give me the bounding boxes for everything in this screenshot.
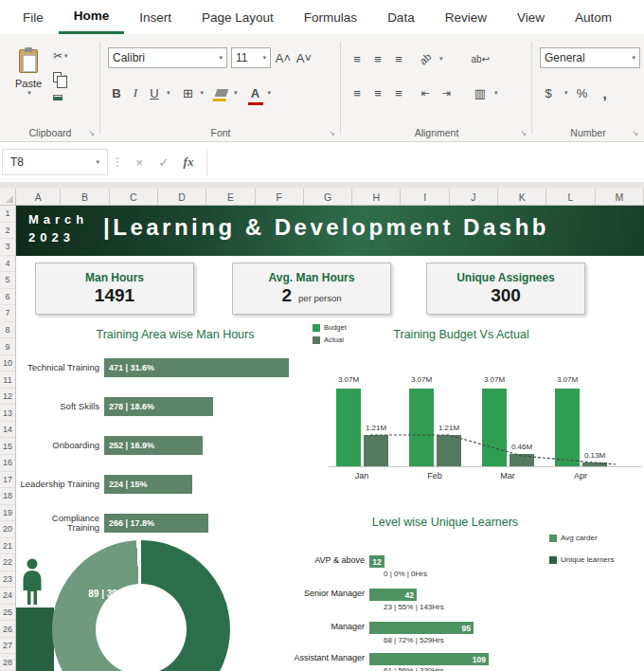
donut-chart[interactable] xyxy=(52,540,230,671)
area-bar-leadership-training[interactable]: 224 | 15% xyxy=(104,475,192,494)
tab-formulas[interactable]: Formulas xyxy=(289,0,372,34)
accounting-format-icon[interactable]: $ xyxy=(540,82,557,103)
worksheet-canvas[interactable]: March 2023 |Learning & Development Dashb… xyxy=(16,206,644,671)
level-bar-avp[interactable]: 12 xyxy=(369,555,385,568)
cancel-icon[interactable]: × xyxy=(127,155,152,170)
decrease-font-size-icon[interactable]: A˅ xyxy=(295,47,313,68)
increase-indent-icon[interactable]: ⇥ xyxy=(438,82,455,103)
level-bar-senior-manager[interactable]: 42 xyxy=(369,589,417,601)
column-header-D[interactable]: D xyxy=(158,189,206,205)
level-bar-manager[interactable]: 95 xyxy=(369,622,474,634)
column-header-H[interactable]: H xyxy=(352,189,401,205)
area-bar-compliance-training[interactable]: 266 | 17.8% xyxy=(104,514,208,533)
wrap-text-icon[interactable]: ab↩ xyxy=(472,48,491,69)
column-header-J[interactable]: J xyxy=(450,189,498,205)
tab-review[interactable]: Review xyxy=(430,0,502,34)
paste-button[interactable]: Paste ▾ xyxy=(8,45,49,118)
percent-style-icon[interactable]: % xyxy=(574,82,591,103)
underline-icon[interactable]: U xyxy=(146,82,163,103)
align-center-icon[interactable]: ≡ xyxy=(369,82,386,103)
select-all-corner[interactable] xyxy=(0,189,16,206)
column-header-F[interactable]: F xyxy=(256,189,304,205)
tab-view[interactable]: View xyxy=(502,0,560,34)
tab-data[interactable]: Data xyxy=(372,0,430,34)
column-header-K[interactable]: K xyxy=(498,189,546,205)
row-header-17[interactable]: 17 xyxy=(0,472,15,489)
align-bottom-icon[interactable]: ≡ xyxy=(390,48,407,69)
column-header-A[interactable]: A xyxy=(16,189,61,205)
font-name-select[interactable]: Calibri ▾ xyxy=(108,47,227,68)
underline-dropdown-icon[interactable]: ▾ xyxy=(167,89,170,97)
row-header-16[interactable]: 16 xyxy=(0,455,15,472)
row-header-15[interactable]: 15 xyxy=(0,438,15,455)
font-color-icon[interactable]: A xyxy=(247,82,264,103)
column-header-E[interactable]: E xyxy=(206,189,255,205)
row-header-20[interactable]: 20 xyxy=(0,521,15,538)
number-dialog-launcher[interactable]: ↘ xyxy=(632,129,638,137)
row-header-14[interactable]: 14 xyxy=(0,422,15,439)
row-header-1[interactable]: 1 xyxy=(0,206,15,223)
row-header-25[interactable]: 25 xyxy=(0,605,15,622)
tab-page-layout[interactable]: Page Layout xyxy=(187,0,289,34)
area-bar-onboarding[interactable]: 252 | 16.9% xyxy=(104,436,203,455)
row-header-3[interactable]: 3 xyxy=(0,239,15,256)
row-header-11[interactable]: 11 xyxy=(0,372,15,389)
row-header-8[interactable]: 8 xyxy=(0,322,15,339)
row-header-9[interactable]: 9 xyxy=(0,338,15,355)
area-bar-technical-training[interactable]: 471 | 31.6% xyxy=(104,358,289,377)
row-header-18[interactable]: 18 xyxy=(0,488,15,505)
insert-function-icon[interactable]: fx xyxy=(176,154,201,170)
column-header-L[interactable]: L xyxy=(546,189,595,205)
clipboard-dialog-launcher[interactable]: ↘ xyxy=(88,129,95,137)
accounting-dropdown-icon[interactable]: ▾ xyxy=(564,89,568,97)
align-middle-icon[interactable]: ≡ xyxy=(369,48,386,69)
font-dialog-launcher[interactable]: ↘ xyxy=(329,129,335,137)
row-header-26[interactable]: 26 xyxy=(0,621,15,638)
tab-file[interactable]: File xyxy=(8,0,59,34)
row-header-2[interactable]: 2 xyxy=(0,223,15,240)
row-header-12[interactable]: 12 xyxy=(0,389,15,406)
font-size-select[interactable]: 11 ▾ xyxy=(231,47,271,68)
italic-icon[interactable]: I xyxy=(127,82,144,103)
row-header-22[interactable]: 22 xyxy=(0,554,15,571)
number-format-select[interactable]: General ▾ xyxy=(540,47,640,68)
paste-dropdown-icon[interactable]: ▾ xyxy=(27,89,31,97)
level-bar-assistant-manager[interactable]: 109 xyxy=(369,653,489,665)
merge-dropdown-icon[interactable]: ▾ xyxy=(494,89,498,97)
row-header-28[interactable]: 28 xyxy=(0,654,15,671)
copy-button[interactable]: ▾ xyxy=(51,66,95,87)
name-box[interactable]: T8 ▾ xyxy=(2,149,108,175)
format-painter-button[interactable] xyxy=(51,87,95,108)
row-header-7[interactable]: 7 xyxy=(0,305,15,322)
align-top-icon[interactable]: ≡ xyxy=(349,48,366,69)
row-header-6[interactable]: 6 xyxy=(0,289,15,306)
align-left-icon[interactable]: ≡ xyxy=(349,82,366,103)
borders-icon[interactable]: ⊞ xyxy=(180,82,197,103)
tab-home[interactable]: Home xyxy=(59,0,125,34)
bold-icon[interactable]: B xyxy=(108,82,125,103)
row-header-23[interactable]: 23 xyxy=(0,571,15,589)
column-header-M[interactable]: M xyxy=(596,189,644,205)
row-header-27[interactable]: 27 xyxy=(0,638,15,655)
row-header-13[interactable]: 13 xyxy=(0,405,15,422)
column-header-G[interactable]: G xyxy=(304,189,352,205)
tab-insert[interactable]: Insert xyxy=(124,0,187,34)
decrease-indent-icon[interactable]: ⇤ xyxy=(417,82,434,103)
column-header-I[interactable]: I xyxy=(401,189,449,205)
column-header-B[interactable]: B xyxy=(61,189,109,205)
tab-automate[interactable]: Autom xyxy=(560,0,627,34)
row-header-24[interactable]: 24 xyxy=(0,588,15,605)
area-bar-soft-skills[interactable]: 278 | 18.6% xyxy=(104,397,213,416)
merge-center-icon[interactable]: ▥ xyxy=(472,82,489,103)
fill-color-icon[interactable] xyxy=(213,82,230,103)
borders-dropdown-icon[interactable]: ▾ xyxy=(201,89,205,97)
cut-button[interactable]: ✂ ▾ xyxy=(51,45,95,66)
orientation-dropdown-icon[interactable]: ▾ xyxy=(439,55,443,63)
alignment-dialog-launcher[interactable]: ↘ xyxy=(520,129,527,137)
increase-font-size-icon[interactable]: A˄ xyxy=(275,47,292,68)
fill-color-dropdown-icon[interactable]: ▾ xyxy=(234,89,238,97)
formula-input[interactable] xyxy=(206,149,644,175)
font-color-dropdown-icon[interactable]: ▾ xyxy=(268,89,272,97)
enter-icon[interactable]: ✓ xyxy=(152,155,176,170)
row-header-10[interactable]: 10 xyxy=(0,355,15,372)
